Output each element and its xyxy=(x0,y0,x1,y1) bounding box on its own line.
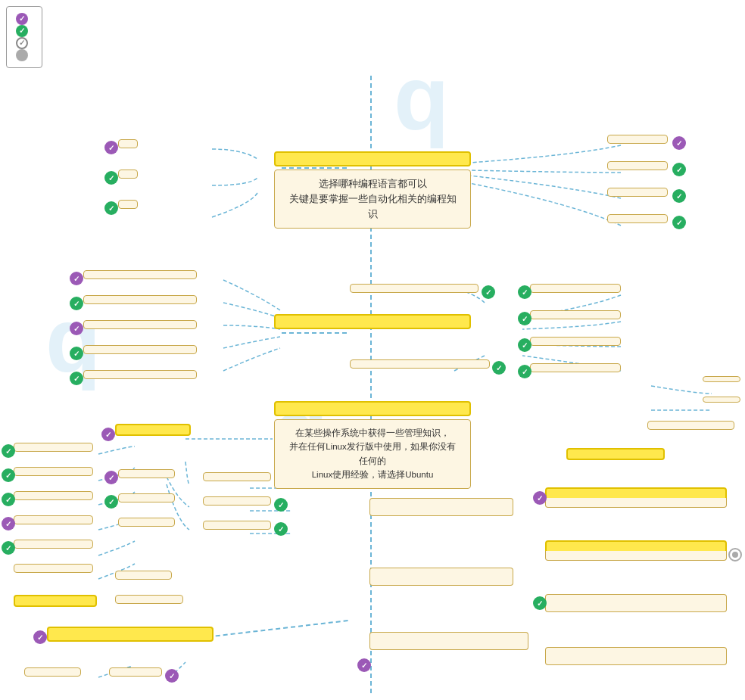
freebsd-label xyxy=(203,472,271,481)
legend-icon-gray xyxy=(16,49,28,61)
nodejs-label xyxy=(118,200,138,209)
cpp-label xyxy=(607,214,668,223)
os-node xyxy=(115,424,191,436)
posix-label xyxy=(83,345,197,354)
posix-bullet: ✓ xyxy=(70,347,83,360)
startup-bullet: ✓ xyxy=(482,285,495,299)
go-node xyxy=(607,135,668,144)
ruby-label xyxy=(118,170,138,179)
unix-node xyxy=(118,493,175,502)
nodejs-bullet: ✓ xyxy=(104,201,118,215)
legend-item-optional: ✓ xyxy=(16,37,33,49)
linux-bullet: ✓ xyxy=(104,471,118,484)
rhel-node xyxy=(14,564,93,573)
legend-item-personal: ✓ xyxy=(16,13,33,25)
netbsd-label xyxy=(203,521,271,530)
ubuntu-label xyxy=(14,515,93,524)
service-node xyxy=(350,359,490,369)
io-bullet: ✓ xyxy=(518,285,531,299)
screen-label xyxy=(703,376,740,382)
suse-node xyxy=(14,443,93,452)
network-tools-title xyxy=(369,632,528,640)
linux-label xyxy=(118,469,175,478)
process-mgmt-node xyxy=(83,270,197,279)
debian-label xyxy=(14,467,93,476)
cpp-bullet: ✓ xyxy=(672,216,686,229)
service-label xyxy=(350,359,490,369)
centos-bullet: ✓ xyxy=(2,541,15,555)
process-mgmt-label xyxy=(83,270,197,279)
filesystem-node xyxy=(530,363,621,372)
osi-label xyxy=(115,595,183,604)
socket-node xyxy=(83,320,197,329)
memory-label xyxy=(530,337,621,346)
server-mgmt-node: 在某些操作系统中获得一些管理知识，并在任何Linux发行版中使用，如果你没有任何… xyxy=(274,401,471,489)
suse-label xyxy=(14,443,93,452)
startup-label xyxy=(350,284,478,293)
linux-node xyxy=(118,469,175,478)
memory-node xyxy=(530,337,621,346)
io-label xyxy=(530,284,621,293)
process-monitor-node xyxy=(369,568,513,586)
process-monitor-detail xyxy=(369,576,513,586)
ubuntu-bullet: ✓ xyxy=(2,517,15,530)
http-bullet: ✓ xyxy=(165,669,179,683)
learn-lang-title xyxy=(274,151,471,166)
filesystem-bullet: ✓ xyxy=(518,365,531,378)
cpp-node xyxy=(607,214,668,223)
windows-label xyxy=(118,518,175,527)
thread-node xyxy=(83,295,197,304)
emails-label xyxy=(24,667,81,677)
io-node xyxy=(530,284,621,293)
fedora-node xyxy=(14,491,93,500)
osi-node xyxy=(115,595,183,604)
network-tools-node xyxy=(369,632,528,650)
bash-title xyxy=(545,487,727,498)
debian-bullet: ✓ xyxy=(2,468,15,482)
legend-icon-gray-outline: ✓ xyxy=(16,37,28,49)
bash-bullet: ✓ xyxy=(533,491,547,505)
compile-node xyxy=(545,540,727,561)
nodejs-node xyxy=(118,200,138,209)
text-tools-title xyxy=(369,498,513,506)
socket-label xyxy=(83,320,197,329)
http-label xyxy=(109,667,162,677)
c-bullet: ✓ xyxy=(672,189,686,203)
legend-icon-green: ✓ xyxy=(16,25,28,37)
rhel-label xyxy=(14,564,93,573)
dns-label xyxy=(115,571,172,580)
legend-icon-purple: ✓ xyxy=(16,13,28,25)
centos-node xyxy=(14,540,93,549)
terminal-ops-label xyxy=(566,448,665,460)
suse-bullet: ✓ xyxy=(2,444,15,458)
debian-node xyxy=(14,467,93,476)
tmux-node xyxy=(703,397,740,403)
terminal-multi-label xyxy=(647,421,734,430)
os-bullet: ✓ xyxy=(101,428,115,441)
posix-node xyxy=(83,345,197,354)
go-label xyxy=(607,135,668,144)
ruby-node xyxy=(118,170,138,179)
screen-node xyxy=(703,376,740,382)
python-label xyxy=(118,139,138,148)
legend-item-not-recommend xyxy=(16,49,33,61)
os-label xyxy=(115,424,191,436)
process-monitor-title xyxy=(369,568,513,576)
network-concept-label xyxy=(83,370,197,379)
http-node xyxy=(109,667,162,677)
windows-node xyxy=(118,518,175,527)
thread-label xyxy=(83,295,197,304)
terminal-ops-node xyxy=(566,448,665,460)
network-tools-detail xyxy=(369,640,528,650)
rust-node xyxy=(607,161,668,170)
legend: ✓ ✓ ✓ xyxy=(6,6,42,68)
system-concepts-node xyxy=(274,314,471,329)
terminal-multi-node xyxy=(647,421,734,430)
other-tools-title xyxy=(545,647,727,655)
learn-lang-desc: 选择哪种编程语言都可以关键是要掌握一些自动化相关的编程知识 xyxy=(274,170,471,229)
compile-bullet xyxy=(728,548,742,562)
openbsd-label xyxy=(203,496,271,506)
whitelist-node xyxy=(14,595,97,607)
c-label xyxy=(607,188,668,197)
service-bullet: ✓ xyxy=(492,361,506,375)
